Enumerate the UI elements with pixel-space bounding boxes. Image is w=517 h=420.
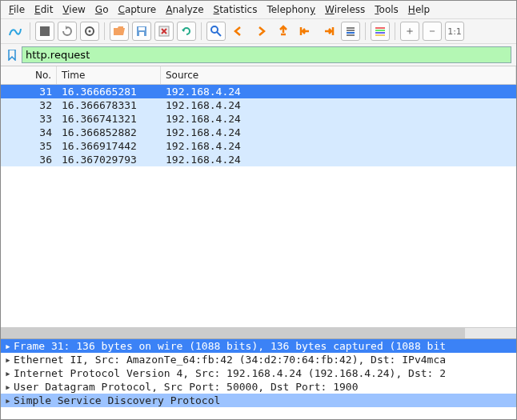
svg-rect-6 bbox=[159, 26, 169, 36]
filter-bar bbox=[1, 44, 516, 66]
packet-row[interactable]: 3516.366917442192.168.4.24 bbox=[1, 139, 516, 153]
capture-options-button[interactable] bbox=[80, 22, 99, 41]
protocol-tree-item[interactable]: ▸Ethernet II, Src: AmazonTe_64:fb:42 (34… bbox=[1, 353, 516, 366]
toolbar-separator bbox=[30, 22, 30, 40]
zoom-in-button[interactable]: ＋ bbox=[400, 22, 419, 41]
cell-time: 16.366852882 bbox=[57, 126, 161, 139]
menu-item[interactable]: File bbox=[9, 4, 25, 15]
menu-item[interactable]: Tools bbox=[375, 4, 399, 15]
expand-arrow-icon[interactable]: ▸ bbox=[2, 340, 14, 352]
colorize-button[interactable] bbox=[371, 22, 390, 41]
cell-no: 34 bbox=[1, 126, 57, 139]
column-header-no[interactable]: No. bbox=[1, 66, 57, 84]
cell-no: 33 bbox=[1, 112, 57, 126]
menu-bar: FileEditViewGoCaptureAnalyzeStatisticsTe… bbox=[1, 1, 516, 19]
svg-rect-4 bbox=[138, 27, 145, 30]
display-filter-input[interactable] bbox=[22, 46, 511, 63]
open-file-button[interactable] bbox=[110, 22, 129, 41]
toolbar: ＋ － 1:1 bbox=[1, 19, 516, 44]
toolbar-separator bbox=[201, 22, 202, 40]
toolbar-separator bbox=[395, 22, 395, 40]
cell-source: 192.168.4.24 bbox=[161, 85, 516, 98]
packet-row[interactable]: 3416.366852882192.168.4.24 bbox=[1, 126, 516, 139]
cell-no: 31 bbox=[1, 85, 57, 98]
go-first-button[interactable] bbox=[296, 22, 315, 41]
protocol-tree-item[interactable]: ▸Frame 31: 136 bytes on wire (1088 bits)… bbox=[1, 339, 516, 353]
expand-arrow-icon[interactable]: ▸ bbox=[2, 367, 14, 379]
svg-rect-3 bbox=[137, 26, 146, 36]
cell-time: 16.366665281 bbox=[57, 85, 161, 98]
menu-item[interactable]: Capture bbox=[118, 4, 156, 15]
svg-point-7 bbox=[211, 26, 218, 33]
go-to-packet-button[interactable] bbox=[274, 22, 293, 41]
cell-time: 16.367029793 bbox=[57, 153, 161, 166]
column-header-source[interactable]: Source bbox=[161, 66, 516, 84]
packet-row[interactable]: 3316.366741321192.168.4.24 bbox=[1, 112, 516, 126]
go-back-button[interactable] bbox=[229, 22, 248, 41]
svg-rect-15 bbox=[375, 32, 385, 34]
cell-source: 192.168.4.24 bbox=[161, 98, 516, 112]
svg-rect-13 bbox=[375, 27, 385, 29]
cell-time: 16.366741321 bbox=[57, 112, 161, 126]
expand-arrow-icon[interactable]: ▸ bbox=[2, 394, 14, 406]
expand-arrow-icon[interactable]: ▸ bbox=[2, 381, 14, 393]
menu-item[interactable]: Wireless bbox=[325, 4, 365, 15]
cell-source: 192.168.4.24 bbox=[161, 153, 516, 166]
protocol-tree-item[interactable]: ▸User Datagram Protocol, Src Port: 50000… bbox=[1, 380, 516, 394]
packet-row[interactable]: 3616.367029793192.168.4.24 bbox=[1, 153, 516, 166]
svg-rect-5 bbox=[139, 32, 144, 36]
protocol-tree-item[interactable]: ▸Simple Service Discovery Protocol bbox=[1, 394, 516, 407]
cell-time: 16.366678331 bbox=[57, 98, 161, 112]
packet-list-pane: No. Time Source 3116.366665281192.168.4.… bbox=[1, 66, 516, 339]
menu-item[interactable]: Analyze bbox=[166, 4, 203, 15]
packet-row[interactable]: 3116.366665281192.168.4.24 bbox=[1, 85, 516, 98]
find-button[interactable] bbox=[206, 22, 226, 41]
wireshark-logo-icon bbox=[6, 22, 25, 41]
protocol-tree-item[interactable]: ▸Internet Protocol Version 4, Src: 192.1… bbox=[1, 366, 516, 380]
autoscroll-button[interactable] bbox=[341, 22, 360, 41]
packet-list-body[interactable]: 3116.366665281192.168.4.243216.366678331… bbox=[1, 85, 516, 327]
svg-line-8 bbox=[217, 32, 221, 36]
save-file-button[interactable] bbox=[132, 22, 151, 41]
protocol-tree-text: User Datagram Protocol, Src Port: 50000,… bbox=[14, 381, 358, 393]
zoom-reset-button[interactable]: 1:1 bbox=[445, 22, 464, 41]
expand-arrow-icon[interactable]: ▸ bbox=[2, 354, 14, 366]
cell-no: 32 bbox=[1, 98, 57, 112]
column-header-time[interactable]: Time bbox=[57, 66, 161, 84]
cell-no: 36 bbox=[1, 153, 57, 166]
cell-time: 16.366917442 bbox=[57, 139, 161, 153]
restart-capture-button[interactable] bbox=[58, 22, 77, 41]
protocol-tree-text: Ethernet II, Src: AmazonTe_64:fb:42 (34:… bbox=[14, 354, 446, 366]
svg-point-2 bbox=[89, 30, 91, 33]
cell-source: 192.168.4.24 bbox=[161, 126, 516, 139]
protocol-tree-text: Simple Service Discovery Protocol bbox=[14, 394, 220, 406]
svg-rect-16 bbox=[375, 34, 385, 36]
bookmark-filter-icon[interactable] bbox=[6, 48, 18, 62]
svg-rect-14 bbox=[375, 30, 385, 31]
menu-item[interactable]: Go bbox=[95, 4, 109, 15]
cell-source: 192.168.4.24 bbox=[161, 112, 516, 126]
packet-row[interactable]: 3216.366678331192.168.4.24 bbox=[1, 98, 516, 112]
protocol-tree-text: Frame 31: 136 bytes on wire (1088 bits),… bbox=[14, 340, 446, 352]
toolbar-separator bbox=[104, 22, 105, 40]
menu-item[interactable]: View bbox=[62, 4, 85, 15]
packet-details-pane[interactable]: ▸Frame 31: 136 bytes on wire (1088 bits)… bbox=[1, 339, 516, 419]
menu-item[interactable]: Telephony bbox=[267, 4, 315, 15]
svg-rect-0 bbox=[40, 26, 50, 36]
go-forward-button[interactable] bbox=[251, 22, 271, 41]
go-last-button[interactable] bbox=[319, 22, 338, 41]
menu-item[interactable]: Statistics bbox=[214, 4, 258, 15]
svg-point-1 bbox=[86, 27, 94, 35]
packet-list-horizontal-scrollbar[interactable] bbox=[1, 327, 516, 338]
close-file-button[interactable] bbox=[154, 22, 174, 41]
zoom-out-button[interactable]: － bbox=[423, 22, 442, 41]
stop-capture-button[interactable] bbox=[35, 22, 54, 41]
protocol-tree-text: Internet Protocol Version 4, Src: 192.16… bbox=[14, 367, 446, 379]
menu-item[interactable]: Help bbox=[408, 4, 430, 15]
packet-list-header[interactable]: No. Time Source bbox=[1, 66, 516, 85]
toolbar-separator bbox=[365, 22, 366, 40]
cell-source: 192.168.4.24 bbox=[161, 139, 516, 153]
menu-item[interactable]: Edit bbox=[34, 4, 53, 15]
reload-button[interactable] bbox=[177, 22, 196, 41]
cell-no: 35 bbox=[1, 139, 57, 153]
